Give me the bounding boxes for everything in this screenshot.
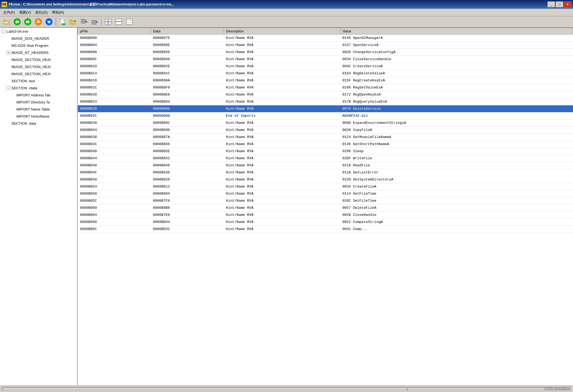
table-row[interactable]: 0000B0180000B90AHint/Name RVA015F RegCre…: [78, 77, 573, 84]
table-row[interactable]: 0000B0340000B890Hint/Name RVA0028 CopyFi…: [78, 127, 573, 134]
tree-item[interactable]: MS-DOS Stub Program: [0, 42, 77, 49]
svg-rect-17: [70, 20, 72, 21]
table-cell-desc: Hint/Name RVA: [224, 197, 340, 204]
table-row[interactable]: 0000B05C0000B7F6Hint/Name RVA026C SetFil…: [78, 197, 573, 204]
table-row[interactable]: 0000B06C0000BD32Hint/Name RVA0031 Comp..…: [78, 226, 573, 233]
table-row[interactable]: 0000B04C0000B836Hint/Name RVA011A GetLas…: [78, 169, 573, 176]
grid-view-1-button[interactable]: [103, 17, 113, 26]
table-row[interactable]: 0000B0580000B804Hint/Name RVA0114 GetFil…: [78, 190, 573, 197]
table-cell-data: 0000B990: [151, 105, 224, 112]
up-button[interactable]: [33, 17, 43, 26]
tree-item[interactable]: +IMAGE_NT_HEADERS: [0, 49, 77, 56]
table-cell-pFile: 0000B060: [78, 204, 151, 212]
table-cell-value: 0114 GetFileTime: [340, 190, 573, 197]
table-row[interactable]: 0000B0300000B89CHint/Name RVA0080 Expand…: [78, 120, 573, 127]
scroll-down-button[interactable]: [79, 17, 89, 26]
table-row[interactable]: 0000B0600000B8B8Hint/Name RVA0057 Delete…: [78, 204, 573, 212]
folder-open-button[interactable]: [68, 17, 78, 26]
tree-panel: -Lab03-04.exeIMAGE_DOS_HEADERMS-DOS Stub…: [0, 28, 78, 385]
tree-item-label: SECTION .rdata: [11, 86, 37, 90]
open-button[interactable]: [2, 17, 11, 26]
table-row[interactable]: 0000B03C0000B866Hint/Name RVA014E GetSho…: [78, 141, 573, 148]
down-button[interactable]: [44, 17, 54, 26]
table-cell-data: 0000B87A: [151, 134, 224, 141]
forward-button[interactable]: [23, 17, 33, 26]
table-row[interactable]: 0000B0500000B820Hint/Name RVA0159 GetSys…: [78, 176, 573, 183]
table-cell-value: 015F RegCreateKeyExA: [340, 77, 573, 84]
title-bar-left: PE PEview - C:\Documents and Settings\Ad…: [2, 2, 174, 7]
table-cell-data: 0000B8F8: [151, 84, 224, 91]
table-cell-value: 0164 RegDeleteValueA: [340, 70, 573, 77]
table-cell-pFile: 0000B044: [78, 155, 151, 162]
svg-rect-29: [105, 22, 108, 24]
tree-expand-icon[interactable]: +: [7, 51, 10, 54]
table-cell-desc: Hint/Name RVA: [224, 105, 340, 112]
table-cell-value: 0031 Comp...: [340, 226, 573, 233]
tree-expand-icon[interactable]: -: [2, 29, 5, 33]
close-button[interactable]: ✕: [564, 1, 571, 7]
table-row[interactable]: 0000B0200000B8E8Hint/Name RVA0172 RegOpe…: [78, 91, 573, 98]
tree-item-label: IMAGE_SECTION_HEAI: [11, 58, 51, 62]
table-row[interactable]: 0000B0140000B91CHint/Name RVA0164 RegDel…: [78, 70, 573, 77]
window-controls[interactable]: _ □ ✕: [547, 1, 571, 7]
table-cell-data: 0000B91C: [151, 70, 224, 77]
tree-item[interactable]: IMAGE_SECTION_HEAI: [0, 56, 77, 63]
table-cell-value: 026C SetFileTime: [340, 197, 573, 204]
table-cell-pFile: 0000B05C: [78, 197, 151, 204]
minimize-button[interactable]: _: [547, 1, 555, 7]
tree-item[interactable]: SECTION .data: [0, 120, 77, 127]
table-row[interactable]: 0000B0400000B85EHint/Name RVA0296 Sleep: [78, 148, 573, 155]
tree-item[interactable]: IMAGE_DOS_HEADER: [0, 35, 77, 42]
table-cell-pFile: 0000B064: [78, 212, 151, 219]
tree-item[interactable]: SECTION .text: [0, 77, 77, 84]
table-row[interactable]: 0000B01C0000B8F8Hint/Name RVA0186 RegSet…: [78, 84, 573, 91]
table-row[interactable]: 0000B0480000B846Hint/Name RVA0218 ReadFi…: [78, 162, 573, 169]
table-row[interactable]: 0000B0440000B852Hint/Name RVA02DF WriteF…: [78, 155, 573, 162]
table-row[interactable]: 0000B0540000B812Hint/Name RVA0034 Create…: [78, 183, 573, 190]
table-row[interactable]: 0000B0680000BD44Hint/Name RVA0022 Compar…: [78, 219, 573, 226]
table-row[interactable]: 0000B0280000B990Hint/Name RVA0078 Delete…: [78, 105, 573, 112]
menu-goto[interactable]: 前往(G): [33, 9, 50, 16]
table-row[interactable]: 0000B0640000B7E8Hint/Name RVA001B CloseH…: [78, 212, 573, 219]
tree-item[interactable]: -SECTION .rdata: [0, 84, 77, 91]
tree-item[interactable]: IMPORT Name Table: [0, 106, 77, 113]
table-row[interactable]: 0000B0080000B956Hint/Name RVA002D Change…: [78, 49, 573, 56]
table-cell-desc: Hint/Name RVA: [224, 91, 340, 98]
file-open-button[interactable]: [58, 17, 68, 26]
table-cell-desc: Hint/Name RVA: [224, 148, 340, 155]
tree-item[interactable]: IMAGE_SECTION_HEAI: [0, 63, 77, 70]
tree-item-label: IMAGE_NT_HEADERS: [11, 51, 49, 55]
table-cell-desc: Hint/Name RVA: [224, 98, 340, 105]
col-pfile: pFile: [78, 28, 151, 35]
table-cell-desc: Hint/Name RVA: [224, 35, 340, 42]
tree-item[interactable]: IMPORT Hints/Name: [0, 113, 77, 120]
table-row[interactable]: 0000B0040000B96EHint/Name RVA0147 OpenSe…: [78, 42, 573, 49]
table-row[interactable]: 0000B0380000B87AHint/Name RVA0124 GetMod…: [78, 134, 573, 141]
tree-item[interactable]: -Lab03-04.exe: [0, 28, 77, 35]
scroll-up-button[interactable]: [90, 17, 99, 26]
table-row[interactable]: 0000B0000000B97EHint/Name RVA0145 OpenSC…: [78, 35, 573, 42]
grid-view-3-button[interactable]: [124, 17, 134, 26]
table-row[interactable]: 0000B0240000B8D4Hint/Name RVA017B RegQue…: [78, 98, 573, 105]
open-icon: [3, 19, 10, 25]
tree-expand-icon[interactable]: -: [7, 86, 10, 90]
grid-view-2-button[interactable]: [114, 17, 124, 26]
table-row[interactable]: 0000B00C0000B940Hint/Name RVA0034 CloseS…: [78, 56, 573, 63]
menu-view[interactable]: 视图(V): [17, 9, 33, 16]
svg-rect-31: [116, 19, 122, 21]
table-row[interactable]: 0000B0100000B92EHint/Name RVA004C Create…: [78, 63, 573, 70]
back-button[interactable]: [12, 17, 22, 26]
menu-file[interactable]: 文件(F): [1, 9, 17, 16]
tree-item[interactable]: IMPORT Directory Ta: [0, 99, 77, 106]
table-cell-value: 004C CreateServiceA: [340, 63, 573, 70]
table-row[interactable]: 0000B02C00000000End of ImportsADVAPI32.d…: [78, 112, 573, 120]
svg-rect-32: [116, 22, 122, 24]
app-icon: PE: [2, 2, 7, 7]
tree-item[interactable]: IMAGE_SECTION_HEAI: [0, 70, 77, 77]
tree-item[interactable]: IMPORT Address Tab: [0, 91, 77, 99]
table-cell-pFile: 0000B048: [78, 162, 151, 169]
table-cell-data: 00000000: [151, 112, 224, 120]
maximize-button[interactable]: □: [556, 1, 563, 7]
table-cell-data: 0000B846: [151, 162, 224, 169]
menu-help[interactable]: 帮助(H): [50, 9, 66, 16]
